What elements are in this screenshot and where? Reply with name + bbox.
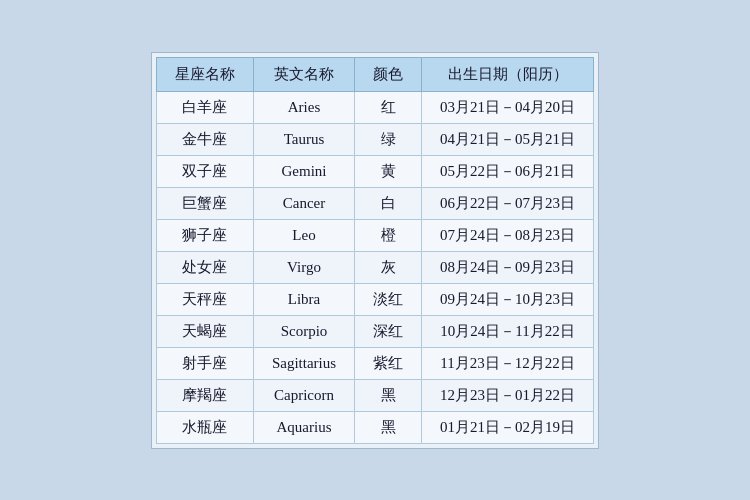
cell-chinese-name: 水瓶座 bbox=[156, 411, 253, 443]
cell-dates: 07月24日－08月23日 bbox=[422, 219, 594, 251]
cell-english-name: Capricorn bbox=[253, 379, 354, 411]
cell-color: 深红 bbox=[355, 315, 422, 347]
cell-english-name: Gemini bbox=[253, 155, 354, 187]
cell-color: 白 bbox=[355, 187, 422, 219]
table-row: 水瓶座Aquarius黑01月21日－02月19日 bbox=[156, 411, 593, 443]
table-header-row: 星座名称 英文名称 颜色 出生日期（阳历） bbox=[156, 57, 593, 91]
cell-color: 紫红 bbox=[355, 347, 422, 379]
cell-color: 红 bbox=[355, 91, 422, 123]
cell-color: 绿 bbox=[355, 123, 422, 155]
cell-english-name: Libra bbox=[253, 283, 354, 315]
cell-dates: 09月24日－10月23日 bbox=[422, 283, 594, 315]
cell-english-name: Cancer bbox=[253, 187, 354, 219]
cell-chinese-name: 处女座 bbox=[156, 251, 253, 283]
cell-english-name: Scorpio bbox=[253, 315, 354, 347]
table-row: 天秤座Libra淡红09月24日－10月23日 bbox=[156, 283, 593, 315]
cell-chinese-name: 狮子座 bbox=[156, 219, 253, 251]
col-header-color: 颜色 bbox=[355, 57, 422, 91]
cell-dates: 03月21日－04月20日 bbox=[422, 91, 594, 123]
col-header-dates: 出生日期（阳历） bbox=[422, 57, 594, 91]
cell-chinese-name: 金牛座 bbox=[156, 123, 253, 155]
cell-color: 黑 bbox=[355, 379, 422, 411]
cell-english-name: Aries bbox=[253, 91, 354, 123]
cell-dates: 06月22日－07月23日 bbox=[422, 187, 594, 219]
table-row: 金牛座Taurus绿04月21日－05月21日 bbox=[156, 123, 593, 155]
cell-chinese-name: 射手座 bbox=[156, 347, 253, 379]
table-row: 巨蟹座Cancer白06月22日－07月23日 bbox=[156, 187, 593, 219]
cell-color: 黑 bbox=[355, 411, 422, 443]
cell-chinese-name: 天秤座 bbox=[156, 283, 253, 315]
cell-dates: 10月24日－11月22日 bbox=[422, 315, 594, 347]
cell-color: 橙 bbox=[355, 219, 422, 251]
table-row: 射手座Sagittarius紫红11月23日－12月22日 bbox=[156, 347, 593, 379]
cell-chinese-name: 摩羯座 bbox=[156, 379, 253, 411]
cell-dates: 12月23日－01月22日 bbox=[422, 379, 594, 411]
cell-chinese-name: 白羊座 bbox=[156, 91, 253, 123]
table-body: 白羊座Aries红03月21日－04月20日金牛座Taurus绿04月21日－0… bbox=[156, 91, 593, 443]
cell-dates: 01月21日－02月19日 bbox=[422, 411, 594, 443]
cell-english-name: Leo bbox=[253, 219, 354, 251]
cell-english-name: Sagittarius bbox=[253, 347, 354, 379]
table-row: 天蝎座Scorpio深红10月24日－11月22日 bbox=[156, 315, 593, 347]
table-row: 狮子座Leo橙07月24日－08月23日 bbox=[156, 219, 593, 251]
cell-color: 灰 bbox=[355, 251, 422, 283]
cell-chinese-name: 双子座 bbox=[156, 155, 253, 187]
col-header-chinese: 星座名称 bbox=[156, 57, 253, 91]
cell-dates: 05月22日－06月21日 bbox=[422, 155, 594, 187]
cell-dates: 11月23日－12月22日 bbox=[422, 347, 594, 379]
table-row: 双子座Gemini黄05月22日－06月21日 bbox=[156, 155, 593, 187]
cell-chinese-name: 天蝎座 bbox=[156, 315, 253, 347]
cell-chinese-name: 巨蟹座 bbox=[156, 187, 253, 219]
zodiac-table: 星座名称 英文名称 颜色 出生日期（阳历） 白羊座Aries红03月21日－04… bbox=[156, 57, 594, 444]
zodiac-table-container: 星座名称 英文名称 颜色 出生日期（阳历） 白羊座Aries红03月21日－04… bbox=[151, 52, 599, 449]
col-header-english: 英文名称 bbox=[253, 57, 354, 91]
cell-english-name: Taurus bbox=[253, 123, 354, 155]
cell-color: 淡红 bbox=[355, 283, 422, 315]
table-row: 白羊座Aries红03月21日－04月20日 bbox=[156, 91, 593, 123]
cell-english-name: Virgo bbox=[253, 251, 354, 283]
table-row: 处女座Virgo灰08月24日－09月23日 bbox=[156, 251, 593, 283]
cell-english-name: Aquarius bbox=[253, 411, 354, 443]
table-row: 摩羯座Capricorn黑12月23日－01月22日 bbox=[156, 379, 593, 411]
cell-color: 黄 bbox=[355, 155, 422, 187]
cell-dates: 04月21日－05月21日 bbox=[422, 123, 594, 155]
cell-dates: 08月24日－09月23日 bbox=[422, 251, 594, 283]
